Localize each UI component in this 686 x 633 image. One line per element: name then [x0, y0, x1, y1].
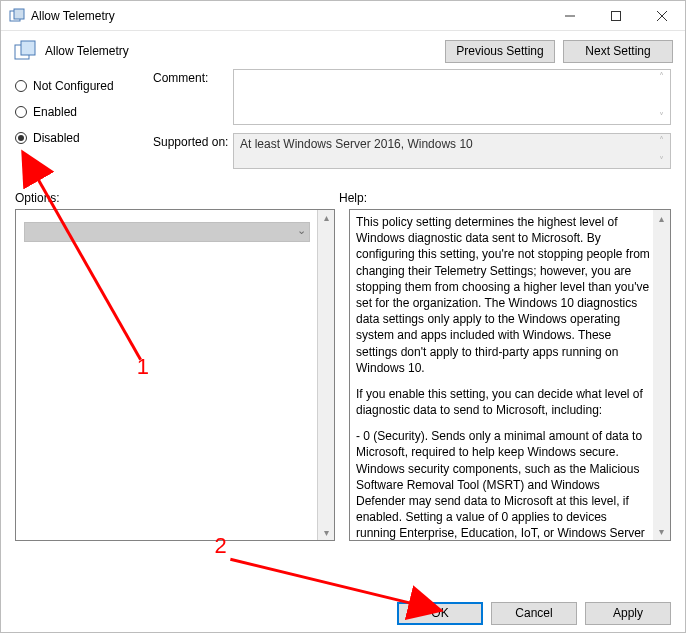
scroll-up-icon: ▴ — [659, 212, 664, 226]
next-setting-button[interactable]: Next Setting — [563, 40, 673, 63]
comment-textarea[interactable]: ˄˅ — [233, 69, 671, 125]
close-button[interactable] — [639, 1, 685, 31]
help-scrollbar[interactable]: ▴▾ — [653, 210, 670, 540]
header-title: Allow Telemetry — [45, 44, 437, 58]
maximize-button[interactable] — [593, 1, 639, 31]
policy-icon — [9, 8, 25, 24]
options-dropdown — [24, 222, 310, 242]
svg-rect-3 — [612, 11, 621, 20]
scroll-down-icon: ▾ — [324, 527, 329, 538]
scroll-up-icon: ▴ — [324, 212, 329, 223]
scroll-down-icon: ▾ — [659, 525, 664, 539]
scroll-up-icon: ˄ — [654, 72, 668, 82]
previous-setting-button[interactable]: Previous Setting — [445, 40, 555, 63]
supported-on-field: At least Windows Server 2016, Windows 10… — [233, 133, 671, 169]
options-panel: ⌄ ▴▾ — [15, 209, 335, 541]
scroll-up-icon: ˄ — [654, 136, 668, 146]
radio-label: Enabled — [33, 105, 77, 119]
supported-scrollbar: ˄˅ — [654, 136, 668, 166]
radio-circle-icon — [15, 80, 27, 92]
scroll-down-icon: ˅ — [654, 112, 668, 122]
help-label: Help: — [339, 191, 367, 205]
footer-buttons: OK Cancel Apply — [1, 594, 685, 632]
radio-enabled[interactable]: Enabled — [15, 99, 153, 125]
help-panel: This policy setting determines the highe… — [349, 209, 671, 541]
window-title: Allow Telemetry — [31, 9, 547, 23]
radio-not-configured[interactable]: Not Configured — [15, 73, 153, 99]
policy-large-icon — [13, 39, 37, 63]
minimize-button[interactable] — [547, 1, 593, 31]
apply-button[interactable]: Apply — [585, 602, 671, 625]
header-row: Allow Telemetry Previous Setting Next Se… — [1, 31, 685, 63]
comment-scrollbar[interactable]: ˄˅ — [654, 72, 668, 122]
cancel-button[interactable]: Cancel — [491, 602, 577, 625]
help-paragraph: - 0 (Security). Sends only a minimal amo… — [356, 428, 650, 541]
ok-button[interactable]: OK — [397, 602, 483, 625]
chevron-down-icon: ⌄ — [297, 224, 306, 237]
supported-on-text: At least Windows Server 2016, Windows 10 — [240, 137, 473, 151]
options-scrollbar[interactable]: ▴▾ — [317, 210, 334, 540]
help-paragraph: This policy setting determines the highe… — [356, 214, 650, 376]
radio-circle-icon — [15, 106, 27, 118]
radio-label: Disabled — [33, 131, 80, 145]
help-paragraph: If you enable this setting, you can deci… — [356, 386, 650, 418]
svg-rect-1 — [14, 9, 24, 19]
options-label: Options: — [15, 191, 339, 205]
radio-circle-icon — [15, 132, 27, 144]
comment-label: Comment: — [153, 69, 233, 125]
radio-disabled[interactable]: Disabled — [15, 125, 153, 151]
radio-label: Not Configured — [33, 79, 114, 93]
title-bar: Allow Telemetry — [1, 1, 685, 31]
supported-on-label: Supported on: — [153, 133, 233, 169]
svg-rect-7 — [21, 41, 35, 55]
scroll-down-icon: ˅ — [654, 156, 668, 166]
state-radio-group: Not Configured Enabled Disabled — [15, 69, 153, 151]
